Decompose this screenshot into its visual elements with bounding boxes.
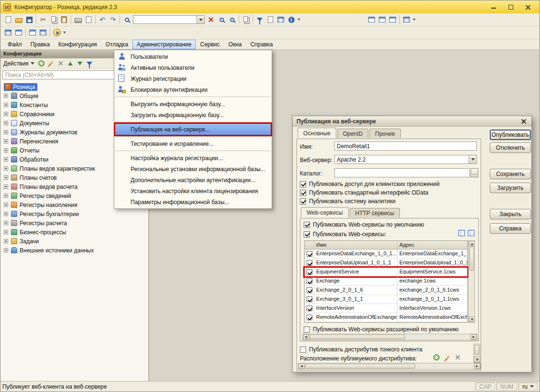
save-button[interactable]: Сохранить	[490, 169, 531, 179]
table-row[interactable]: Exchange_2_0_1_6 exchange_2_0_1_6.1cws	[305, 286, 467, 295]
cut-button[interactable]: ✂	[38, 14, 48, 25]
chevron-down-icon[interactable]	[413, 19, 416, 21]
tab-other[interactable]: Прочие	[369, 129, 400, 138]
scroll-up-button[interactable]	[469, 241, 475, 247]
uncheck-all-button[interactable]	[468, 230, 474, 236]
checkbox-ws-list[interactable]: Публиковать Web-сервисы:	[304, 230, 386, 238]
table-row[interactable]: EnterpriseDataUpload_1_0_1_1 EnterpriseD…	[305, 259, 467, 268]
print-button[interactable]	[73, 14, 83, 25]
chevron-down-icon[interactable]	[63, 32, 66, 33]
open-button[interactable]	[13, 14, 24, 25]
windows-tile-vertical-button[interactable]	[387, 14, 398, 25]
table-row[interactable]: EnterpriseDataExchange_1_0_1... Enterpri…	[305, 250, 467, 259]
menu-administration[interactable]: Администрирование	[132, 40, 196, 49]
menu-item-dump-infobase[interactable]: Выгрузить информационную базу...	[114, 98, 272, 109]
menu-edit[interactable]: Правка	[26, 40, 55, 49]
edit-button[interactable]	[47, 59, 55, 68]
sidebar-item-tasks[interactable]: Задачи	[0, 237, 148, 246]
browse-button[interactable]: ...	[471, 168, 478, 177]
row-checkbox[interactable]	[307, 305, 312, 311]
add-distribution-button[interactable]	[433, 354, 440, 360]
paste-button[interactable]	[59, 14, 69, 25]
module-check-button[interactable]	[38, 27, 48, 38]
minimize-button[interactable]	[485, 1, 502, 13]
expand-icon[interactable]	[4, 166, 8, 171]
expand-icon[interactable]	[4, 203, 8, 207]
expand-icon[interactable]	[4, 212, 8, 216]
checkbox-icon[interactable]	[304, 231, 310, 238]
expand-icon[interactable]	[4, 112, 8, 116]
scroll-down-button[interactable]	[469, 316, 475, 322]
menu-service[interactable]: Сервис	[196, 40, 224, 49]
page-horizontal-scrollbar[interactable]	[298, 363, 481, 370]
sidebar-item-accounting-registers[interactable]: Регистры бухгалтерии	[0, 209, 148, 218]
expand-icon[interactable]	[4, 121, 8, 125]
move-down-button[interactable]	[76, 59, 84, 68]
scroll-left-button[interactable]	[303, 334, 309, 340]
menu-item-infobase-parameters[interactable]: Параметры информационной базы...	[114, 196, 272, 207]
row-checkbox[interactable]	[307, 269, 312, 275]
menu-item-auth-locks[interactable]: Блокировки аутентификации	[114, 84, 272, 95]
expand-icon[interactable]	[4, 94, 8, 98]
expand-icon[interactable]	[4, 230, 8, 234]
table-row[interactable]: InterfaceVersion InterfaceVersion.1cws	[305, 304, 467, 313]
table-row-equipment-service[interactable]: EquipmentService EquipmentService.1cws	[305, 268, 467, 277]
sort-options-button[interactable]	[401, 14, 412, 25]
directory-input[interactable]	[334, 168, 470, 177]
row-checkbox[interactable]	[307, 278, 312, 284]
expand-icon[interactable]	[4, 185, 8, 189]
scroll-right-button[interactable]	[471, 334, 477, 340]
filter-button[interactable]	[254, 14, 265, 25]
publication-name-input[interactable]	[334, 142, 477, 151]
undo-button[interactable]: ↶	[97, 14, 108, 25]
sidebar-item-external-data-sources[interactable]: Внешние источники данных	[0, 246, 148, 255]
form-view-button[interactable]	[13, 27, 24, 38]
checkbox-icon[interactable]	[300, 198, 306, 205]
language-indicator[interactable]: ru	[518, 382, 538, 391]
add-button[interactable]	[37, 59, 46, 68]
checkbox-icon[interactable]	[300, 190, 306, 196]
menu-item-regional-settings[interactable]: Региональные установки информационной ба…	[114, 163, 272, 174]
menu-item-web-publishing[interactable]: Публикация на веб-сервере...	[114, 124, 272, 135]
find-previous-button[interactable]	[216, 14, 227, 25]
close-dialog-button[interactable]: Закрыть	[490, 209, 531, 219]
checkbox-thin-client[interactable]: Публиковать дистрибутив тонкого клиента	[300, 346, 422, 353]
find-next-button[interactable]	[227, 14, 237, 25]
help-button[interactable]: Справка	[490, 223, 531, 234]
tab-web-services[interactable]: Web-сервисы	[301, 207, 349, 218]
clear-search-button[interactable]	[206, 14, 216, 25]
menu-item-users[interactable]: Пользователи	[114, 51, 272, 62]
dialog-close-button[interactable]	[520, 118, 528, 125]
expand-icon[interactable]	[4, 239, 8, 243]
syntax-check-button[interactable]	[265, 14, 276, 25]
tab-main[interactable]: Основные	[298, 128, 336, 138]
menu-item-restore-infobase[interactable]: Загрузить информационную базу...	[114, 109, 272, 120]
scrollbar-thumb[interactable]	[469, 248, 474, 271]
web-server-dropdown-button[interactable]	[469, 155, 476, 163]
table-vertical-scrollbar[interactable]	[468, 240, 475, 323]
disconnect-button[interactable]: Отключить	[490, 142, 531, 153]
sidebar-item-business-processes[interactable]: Бизнес-процессы	[0, 228, 148, 237]
menu-configuration[interactable]: Конфигурация	[54, 40, 101, 49]
windows-tile-horizontal-button[interactable]	[377, 14, 387, 25]
scrollbar-thumb[interactable]	[474, 345, 479, 355]
scrollbar-thumb[interactable]	[309, 335, 405, 339]
expand-icon[interactable]	[4, 139, 8, 143]
row-checkbox[interactable]	[307, 315, 312, 320]
dialog-title-bar[interactable]: Публикация на веб-сервере	[293, 116, 531, 127]
row-checkbox[interactable]	[307, 287, 312, 293]
checkbox-ws-default[interactable]: Публиковать Web-сервисы по умолчанию	[304, 221, 424, 229]
search-dropdown-button[interactable]	[197, 16, 204, 23]
configuration-view-button[interactable]	[3, 27, 13, 38]
delete-button[interactable]	[56, 59, 65, 68]
copy-to-clipboard-button[interactable]	[241, 14, 251, 25]
copy-button[interactable]	[48, 14, 59, 25]
tab-openid[interactable]: OpenID	[337, 129, 368, 138]
checkbox-analytics[interactable]: Публиковать систему аналитики	[300, 197, 396, 205]
expand-icon[interactable]	[4, 148, 8, 152]
menu-item-registration-log[interactable]: Журнал регистрации	[114, 73, 272, 84]
table-row[interactable]: Exchange exchange.1cws	[305, 277, 467, 286]
sidebar-item-calculation-registers[interactable]: Регистры расчета	[0, 218, 148, 228]
windows-cascade-button[interactable]	[366, 14, 377, 25]
actions-menu-button[interactable]: Действия	[2, 60, 36, 67]
